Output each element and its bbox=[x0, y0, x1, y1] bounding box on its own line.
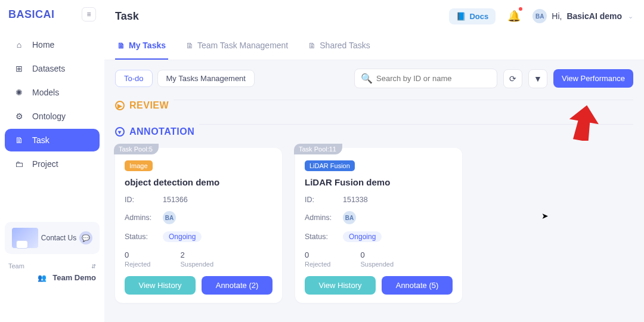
contact-illustration bbox=[12, 228, 38, 248]
page-title: Task bbox=[115, 10, 139, 23]
annotate-button[interactable]: Annotate (2) bbox=[202, 276, 273, 295]
rejected-count: 0 bbox=[305, 250, 330, 259]
sidebar-item-label: Models bbox=[32, 88, 59, 97]
contact-us-card[interactable]: Contact Us 💬 bbox=[5, 222, 100, 254]
contact-us-label: Contact Us bbox=[41, 234, 76, 242]
sidebar-item-project[interactable]: 🗀Project bbox=[5, 153, 100, 175]
sidebar-item-task[interactable]: 🗎Task bbox=[5, 129, 100, 151]
chevron-down-icon: ⌄ bbox=[628, 13, 633, 20]
sidebar-item-label: Project bbox=[32, 159, 58, 169]
task-card: Task Pool:11LiDAR FusionLiDAR Fusion dem… bbox=[295, 148, 462, 303]
annotate-button[interactable]: Annotate (5) bbox=[382, 276, 453, 295]
task-icon: 🗎 bbox=[13, 135, 25, 145]
seg-to-do[interactable]: To-do bbox=[115, 70, 153, 87]
sidebar-item-datasets[interactable]: ⊞Datasets bbox=[5, 57, 100, 80]
status-badge: Ongoing bbox=[163, 231, 202, 242]
filter-button[interactable]: ▼ bbox=[528, 69, 547, 88]
task-id: 151338 bbox=[343, 196, 368, 204]
chat-icon[interactable]: 💬 bbox=[79, 231, 92, 244]
section-annotation[interactable]: ▾ ANNOTATION bbox=[115, 126, 194, 137]
project-icon: 🗀 bbox=[13, 159, 25, 169]
search-input[interactable] bbox=[376, 74, 491, 83]
suspended-count: 2 bbox=[180, 250, 213, 259]
sidebar-item-label: Task bbox=[32, 135, 49, 145]
task-type-tag: Image bbox=[125, 160, 153, 171]
annotation-label: ANNOTATION bbox=[129, 126, 194, 137]
docs-button[interactable]: 📘 Docs bbox=[449, 8, 496, 24]
search-icon: 🔍 bbox=[361, 73, 373, 84]
annotation-arrow bbox=[569, 105, 599, 141]
tab-label: Team Task Management bbox=[197, 41, 288, 50]
ontology-icon: ⚙ bbox=[13, 112, 25, 121]
view-performance-button[interactable]: View Performance bbox=[553, 69, 633, 88]
admins-label: Admins: bbox=[125, 213, 158, 222]
suspended-label: Suspended bbox=[180, 261, 213, 268]
docs-icon: 📘 bbox=[456, 12, 466, 21]
task-card: Task Pool:5Imageobject detection demoID:… bbox=[115, 148, 282, 303]
avatar: BA bbox=[532, 9, 547, 23]
rejected-label: Rejected bbox=[125, 261, 150, 268]
sidebar-collapse-button[interactable]: ≡ bbox=[82, 7, 96, 21]
task-pool-badge: Task Pool:5 bbox=[114, 144, 159, 154]
refresh-button[interactable]: ⟳ bbox=[503, 69, 522, 88]
divider bbox=[174, 100, 633, 100]
id-label: ID: bbox=[305, 196, 338, 204]
tabs: 🗎My Tasks🗎Team Task Management🗎Shared Ta… bbox=[104, 32, 644, 60]
task-type-tag: LiDAR Fusion bbox=[305, 160, 355, 171]
sidebar-item-ontology[interactable]: ⚙Ontology bbox=[5, 105, 100, 128]
review-label: REVIEW bbox=[129, 100, 169, 111]
annotation-toggle-icon: ▾ bbox=[115, 127, 125, 137]
username: BasicAI demo bbox=[566, 11, 622, 21]
tab-label: My Tasks bbox=[129, 41, 166, 50]
sidebar-item-home[interactable]: ⌂Home bbox=[5, 33, 100, 56]
notifications-icon[interactable]: 🔔 bbox=[507, 10, 521, 23]
team-name[interactable]: Team Demo bbox=[52, 273, 96, 282]
suspended-count: 0 bbox=[360, 250, 394, 259]
cursor-icon: ➤ bbox=[541, 211, 549, 221]
tab-shared-tasks[interactable]: 🗎Shared Tasks bbox=[306, 32, 373, 60]
sidebar: BASICAI ≡ ⌂Home⊞Datasets✺Models⚙Ontology… bbox=[0, 0, 104, 322]
team-label: Team bbox=[8, 262, 24, 270]
task-pool-badge: Task Pool:11 bbox=[294, 144, 342, 154]
datasets-icon: ⊞ bbox=[13, 64, 25, 73]
task-title: LiDAR Fusion demo bbox=[305, 177, 453, 187]
rejected-label: Rejected bbox=[305, 261, 330, 268]
id-label: ID: bbox=[125, 196, 158, 204]
tab-label: Shared Tasks bbox=[320, 41, 370, 50]
admins-label: Admins: bbox=[305, 213, 338, 222]
status-label: Status: bbox=[305, 233, 338, 241]
section-review[interactable]: ▶ REVIEW bbox=[115, 100, 169, 111]
sidebar-item-models[interactable]: ✺Models bbox=[5, 81, 100, 104]
user-menu[interactable]: BA Hi, BasicAI demo ⌄ bbox=[532, 9, 633, 23]
docs-label: Docs bbox=[469, 12, 488, 21]
view-segment: To-doMy Tasks Management bbox=[115, 70, 255, 87]
view-history-button[interactable]: View History bbox=[125, 276, 196, 295]
divider bbox=[199, 124, 633, 125]
view-history-button[interactable]: View History bbox=[305, 276, 376, 295]
status-label: Status: bbox=[125, 233, 158, 241]
review-toggle-icon: ▶ bbox=[115, 101, 125, 110]
admin-avatar[interactable]: BA bbox=[163, 211, 176, 224]
tab-my-tasks[interactable]: 🗎My Tasks bbox=[115, 32, 168, 60]
topbar: Task 📘 Docs 🔔 BA Hi, BasicAI demo ⌄ bbox=[104, 0, 644, 32]
sidebar-item-label: Datasets bbox=[32, 64, 65, 73]
team-switcher-icon[interactable]: ⇵ bbox=[91, 263, 96, 270]
home-icon: ⌂ bbox=[13, 40, 25, 49]
sidebar-item-label: Home bbox=[32, 40, 54, 49]
task-title: object detection demo bbox=[125, 177, 273, 187]
tab-icon: 🗎 bbox=[186, 41, 194, 50]
models-icon: ✺ bbox=[13, 88, 25, 97]
suspended-label: Suspended bbox=[360, 261, 394, 268]
tab-team-task-management[interactable]: 🗎Team Task Management bbox=[184, 32, 290, 60]
search-box[interactable]: 🔍 bbox=[354, 69, 497, 88]
seg-my-tasks-management[interactable]: My Tasks Management bbox=[157, 70, 255, 87]
greeting-prefix: Hi, bbox=[552, 11, 562, 21]
brand-text: BASICAI bbox=[8, 8, 55, 21]
main: Task 📘 Docs 🔔 BA Hi, BasicAI demo ⌄ 🗎My … bbox=[104, 0, 644, 322]
admin-avatar[interactable]: BA bbox=[343, 211, 356, 224]
logo[interactable]: BASICAI bbox=[8, 8, 55, 21]
tab-icon: 🗎 bbox=[117, 41, 125, 50]
svg-marker-0 bbox=[569, 105, 599, 141]
sidebar-item-label: Ontology bbox=[32, 112, 66, 121]
tab-icon: 🗎 bbox=[308, 41, 316, 50]
